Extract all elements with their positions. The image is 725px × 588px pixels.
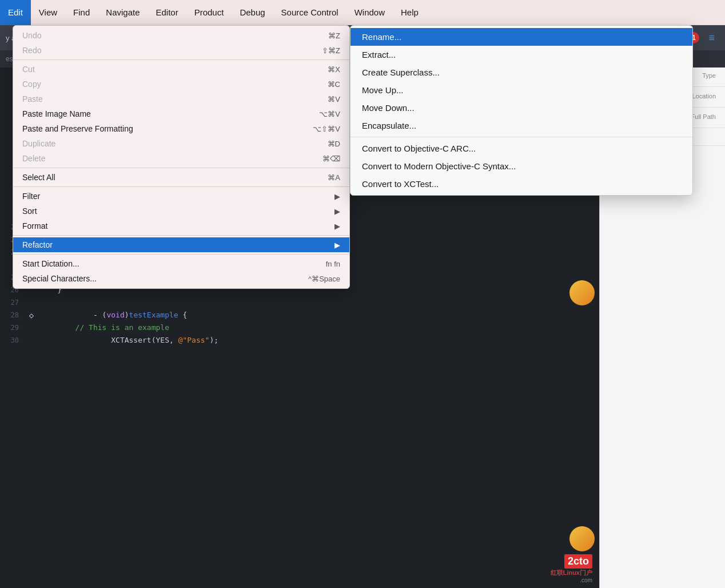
- menu-item-refactor-label: Refactor: [22, 240, 53, 249]
- menu-item-paste-preserve-shortcut: ⌥⇧⌘V: [313, 125, 340, 133]
- menu-item-paste-preserve-label: Paste and Preserve Formatting: [22, 124, 133, 133]
- menu-item-select-all-shortcut: ⌘A: [328, 173, 340, 182]
- watermark: 2cto 红联Linux门户 .com: [551, 554, 592, 583]
- menu-item-copy-shortcut: ⌘C: [328, 80, 340, 89]
- menu-item-undo-shortcut: ⌘Z: [328, 31, 340, 40]
- user-avatar: [569, 280, 595, 305]
- refactor-item-create-superclass[interactable]: Create Superclass...: [350, 63, 692, 81]
- menu-separator-1: [13, 59, 349, 60]
- menu-item-start-dictation-label: Start Dictation...: [22, 259, 79, 268]
- menubar-item-window[interactable]: Window: [346, 0, 393, 25]
- menu-item-copy[interactable]: Copy ⌘C: [13, 77, 349, 92]
- menu-item-special-chars-label: Special Characters...: [22, 274, 97, 283]
- refactor-convert-xctest-label: Convert to XCTest...: [362, 179, 439, 189]
- refactor-rename-label: Rename...: [362, 32, 401, 42]
- menu-item-duplicate-shortcut: ⌘D: [328, 140, 340, 148]
- refactor-item-convert-modern[interactable]: Convert to Modern Objective-C Syntax...: [350, 157, 692, 175]
- menu-separator-3: [13, 186, 349, 187]
- refactor-item-move-up[interactable]: Move Up...: [350, 81, 692, 99]
- menu-item-redo-shortcut: ⇧⌘Z: [322, 46, 340, 55]
- menubar-item-help[interactable]: Help: [393, 0, 427, 25]
- menu-item-redo-label: Redo: [22, 46, 41, 55]
- menu-item-paste-shortcut: ⌘V: [328, 95, 340, 104]
- refactor-move-down-label: Move Down...: [362, 103, 415, 113]
- menu-separator-5: [13, 254, 349, 255]
- menu-item-paste[interactable]: Paste ⌘V: [13, 92, 349, 106]
- refactor-item-rename[interactable]: Rename...: [350, 28, 692, 46]
- refactor-encapsulate-label: Encapsulate...: [362, 121, 416, 130]
- refactor-extract-label: Extract...: [362, 50, 396, 59]
- menu-item-paste-image-name-shortcut: ⌥⌘V: [319, 110, 340, 118]
- menu-item-refactor[interactable]: Refactor ▶: [13, 237, 349, 252]
- menu-item-copy-label: Copy: [22, 80, 41, 89]
- edit-menu: Undo ⌘Z Redo ⇧⌘Z Cut ⌘X Copy ⌘C Paste ⌘V…: [13, 25, 350, 289]
- menu-item-filter[interactable]: Filter ▶: [13, 189, 349, 204]
- hamburger-button[interactable]: ≡: [704, 30, 719, 46]
- menubar-item-debug[interactable]: Debug: [232, 0, 273, 25]
- menu-item-start-dictation[interactable]: Start Dictation... fn fn: [13, 256, 349, 271]
- menu-item-redo[interactable]: Redo ⇧⌘Z: [13, 43, 349, 58]
- menu-item-duplicate-label: Duplicate: [22, 139, 55, 148]
- menu-item-sort-label: Sort: [22, 206, 37, 216]
- refactor-item-encapsulate[interactable]: Encapsulate...: [350, 117, 692, 134]
- menu-item-cut-shortcut: ⌘X: [328, 65, 340, 74]
- menu-item-paste-preserve[interactable]: Paste and Preserve Formatting ⌥⇧⌘V: [13, 121, 349, 136]
- refactor-move-up-label: Move Up...: [362, 85, 404, 95]
- menu-item-undo[interactable]: Undo ⌘Z: [13, 28, 349, 43]
- menubar-item-product[interactable]: Product: [186, 0, 232, 25]
- menu-item-cut[interactable]: Cut ⌘X: [13, 62, 349, 77]
- menu-item-paste-image-name-label: Paste Image Name: [22, 109, 91, 118]
- menubar: Edit View Find Navigate Editor Product D…: [0, 0, 725, 25]
- filter-submenu-arrow: ▶: [334, 192, 340, 201]
- menu-item-start-dictation-shortcut: fn fn: [326, 260, 340, 268]
- menu-item-special-chars-shortcut: ^⌘Space: [308, 275, 340, 283]
- menu-item-delete-label: Delete: [22, 154, 45, 163]
- menu-item-paste-label: Paste: [22, 94, 43, 104]
- watermark-domain: .com: [580, 577, 592, 583]
- user-avatar-2: [569, 526, 595, 551]
- refactor-item-convert-xctest[interactable]: Convert to XCTest...: [350, 175, 692, 193]
- refactor-item-convert-arc[interactable]: Convert to Objective-C ARC...: [350, 140, 692, 157]
- menu-item-paste-image-name[interactable]: Paste Image Name ⌥⌘V: [13, 106, 349, 121]
- sort-submenu-arrow: ▶: [334, 207, 340, 216]
- menu-item-cut-label: Cut: [22, 65, 35, 74]
- refactor-item-move-down[interactable]: Move Down...: [350, 99, 692, 117]
- format-submenu-arrow: ▶: [334, 222, 340, 231]
- refactor-convert-arc-label: Convert to Objective-C ARC...: [362, 144, 476, 153]
- menu-item-format-label: Format: [22, 221, 47, 231]
- watermark-sub: 红联Linux门户: [551, 569, 592, 577]
- refactor-item-extract[interactable]: Extract...: [350, 46, 692, 63]
- menu-item-duplicate[interactable]: Duplicate ⌘D: [13, 136, 349, 151]
- menu-item-delete[interactable]: Delete ⌘⌫: [13, 151, 349, 166]
- menu-item-select-all[interactable]: Select All ⌘A: [13, 170, 349, 185]
- code-line-28: 28 ◇ - (void)testExample {: [0, 309, 599, 321]
- menu-item-format[interactable]: Format ▶: [13, 218, 349, 233]
- menu-item-filter-label: Filter: [22, 192, 40, 201]
- refactor-convert-modern-label: Convert to Modern Objective-C Syntax...: [362, 161, 516, 171]
- menubar-item-find[interactable]: Find: [65, 0, 98, 25]
- menubar-item-view[interactable]: View: [31, 0, 65, 25]
- menu-item-delete-shortcut: ⌘⌫: [322, 154, 340, 163]
- menu-item-special-chars[interactable]: Special Characters... ^⌘Space: [13, 271, 349, 286]
- menubar-item-editor[interactable]: Editor: [148, 0, 186, 25]
- code-line-30: 30 XCTAssert(YES, @"Pass");: [0, 334, 599, 347]
- menubar-item-source-control[interactable]: Source Control: [273, 0, 346, 25]
- menu-separator-2: [13, 168, 349, 168]
- menu-separator-4: [13, 235, 349, 236]
- refactor-separator: [350, 137, 692, 137]
- refactor-submenu: Rename... Extract... Create Superclass..…: [350, 25, 693, 196]
- refactor-create-superclass-label: Create Superclass...: [362, 67, 440, 77]
- menubar-item-edit[interactable]: Edit: [0, 0, 31, 25]
- menu-item-select-all-label: Select All: [22, 173, 55, 182]
- menubar-item-navigate[interactable]: Navigate: [98, 0, 148, 25]
- menu-item-sort[interactable]: Sort ▶: [13, 204, 349, 218]
- refactor-submenu-arrow: ▶: [334, 241, 340, 249]
- menu-item-undo-label: Undo: [22, 31, 41, 40]
- watermark-logo: 2cto: [564, 554, 592, 569]
